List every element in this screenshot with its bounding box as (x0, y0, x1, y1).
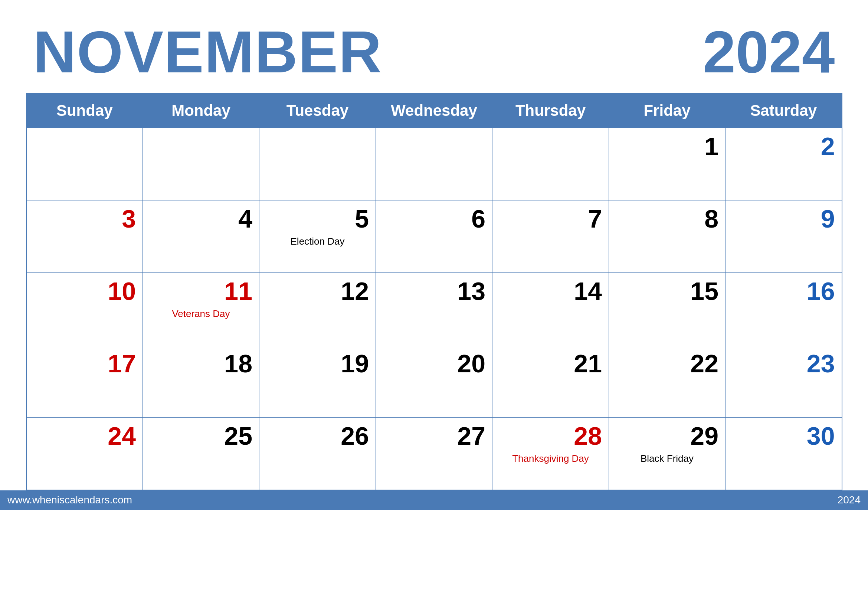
calendar-cell-3-0: 17 (26, 345, 143, 418)
holiday-label-11: Veterans Day (150, 308, 252, 319)
month-title: NOVEMBER (33, 22, 383, 82)
day-number-18: 18 (150, 350, 252, 378)
calendar-cell-2-1: 11Veterans Day (143, 273, 259, 345)
day-number-12: 12 (266, 277, 369, 305)
calendar-cell-2-4: 14 (493, 273, 609, 345)
week-row-1: 345Election Day6789 (26, 200, 842, 273)
calendar-cell-0-3 (376, 128, 493, 200)
calendar-cell-0-2 (259, 128, 376, 200)
day-number-3: 3 (33, 205, 136, 233)
day-number-19: 19 (266, 350, 369, 378)
calendar-cell-0-5: 1 (609, 128, 725, 200)
calendar-cell-1-6: 9 (725, 200, 842, 273)
day-number-20: 20 (383, 350, 485, 378)
calendar-cell-4-1: 25 (143, 418, 259, 490)
calendar-cell-2-0: 10 (26, 273, 143, 345)
day-number-15: 15 (616, 277, 718, 305)
calendar-header: NOVEMBER 2024 (26, 22, 842, 82)
header-thursday: Thursday (493, 93, 609, 128)
calendar-cell-3-4: 21 (493, 345, 609, 418)
calendar-cell-1-0: 3 (26, 200, 143, 273)
holiday-label-28: Thanksgiving Day (499, 453, 602, 464)
header-monday: Monday (143, 93, 259, 128)
day-number-5: 5 (266, 205, 369, 233)
calendar-cell-0-0 (26, 128, 143, 200)
day-number-9: 9 (732, 205, 835, 233)
day-number-17: 17 (33, 350, 136, 378)
day-number-26: 26 (266, 422, 369, 450)
day-number-2: 2 (732, 133, 835, 160)
day-number-28: 28 (499, 422, 602, 450)
week-row-2: 1011Veterans Day1213141516 (26, 273, 842, 345)
day-number-30: 30 (732, 422, 835, 450)
calendar-cell-1-2: 5Election Day (259, 200, 376, 273)
day-number-24: 24 (33, 422, 136, 450)
header-tuesday: Tuesday (259, 93, 376, 128)
day-number-14: 14 (499, 277, 602, 305)
year-title: 2024 (703, 22, 835, 82)
calendar-container: NOVEMBER 2024 Sunday Monday Tuesday Wedn… (26, 0, 842, 490)
header-friday: Friday (609, 93, 725, 128)
calendar-cell-3-2: 19 (259, 345, 376, 418)
calendar-cell-4-4: 28Thanksgiving Day (493, 418, 609, 490)
calendar-cell-4-0: 24 (26, 418, 143, 490)
calendar-cell-1-4: 7 (493, 200, 609, 273)
day-number-7: 7 (499, 205, 602, 233)
days-header-row: Sunday Monday Tuesday Wednesday Thursday… (26, 93, 842, 128)
calendar-cell-3-1: 18 (143, 345, 259, 418)
day-number-29: 29 (616, 422, 718, 450)
calendar-cell-2-2: 12 (259, 273, 376, 345)
calendar-cell-1-5: 8 (609, 200, 725, 273)
footer-url: www.wheniscalendars.com (8, 494, 132, 506)
week-row-3: 17181920212223 (26, 345, 842, 418)
day-number-23: 23 (732, 350, 835, 378)
holiday-label-29: Black Friday (616, 453, 718, 464)
day-number-21: 21 (499, 350, 602, 378)
calendar-cell-0-6: 2 (725, 128, 842, 200)
header-sunday: Sunday (26, 93, 143, 128)
calendar-cell-1-3: 6 (376, 200, 493, 273)
holiday-label-5: Election Day (266, 236, 369, 247)
calendar-cell-4-2: 26 (259, 418, 376, 490)
calendar-cell-3-6: 23 (725, 345, 842, 418)
day-number-27: 27 (383, 422, 485, 450)
day-number-25: 25 (150, 422, 252, 450)
header-wednesday: Wednesday (376, 93, 493, 128)
day-number-6: 6 (383, 205, 485, 233)
calendar-cell-4-6: 30 (725, 418, 842, 490)
day-number-8: 8 (616, 205, 718, 233)
week-row-0: 12 (26, 128, 842, 200)
calendar-cell-2-6: 16 (725, 273, 842, 345)
day-number-13: 13 (383, 277, 485, 305)
calendar-cell-3-5: 22 (609, 345, 725, 418)
week-row-4: 2425262728Thanksgiving Day29Black Friday… (26, 418, 842, 490)
day-number-22: 22 (616, 350, 718, 378)
calendar-cell-1-1: 4 (143, 200, 259, 273)
day-number-1: 1 (616, 133, 718, 160)
day-number-11: 11 (150, 277, 252, 305)
calendar-cell-3-3: 20 (376, 345, 493, 418)
calendar-cell-0-4 (493, 128, 609, 200)
calendar-cell-2-5: 15 (609, 273, 725, 345)
calendar-cell-4-3: 27 (376, 418, 493, 490)
day-number-10: 10 (33, 277, 136, 305)
day-number-16: 16 (732, 277, 835, 305)
footer-bar: www.wheniscalendars.com 2024 (0, 490, 868, 510)
calendar-table: Sunday Monday Tuesday Wednesday Thursday… (26, 93, 842, 490)
calendar-cell-4-5: 29Black Friday (609, 418, 725, 490)
calendar-cell-2-3: 13 (376, 273, 493, 345)
day-number-4: 4 (150, 205, 252, 233)
calendar-cell-0-1 (143, 128, 259, 200)
footer-year: 2024 (838, 494, 860, 506)
header-saturday: Saturday (725, 93, 842, 128)
